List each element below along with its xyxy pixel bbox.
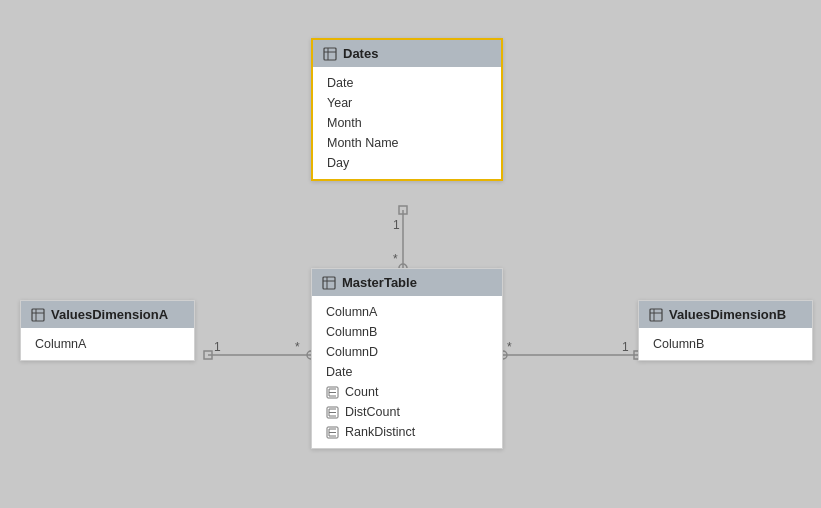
field-master-columnb: ColumnB bbox=[312, 322, 502, 342]
table-icon-dimB bbox=[649, 308, 663, 322]
table-valuesdimensiona-name: ValuesDimensionA bbox=[51, 307, 168, 322]
svg-rect-5 bbox=[204, 351, 212, 359]
sigma-icon-count bbox=[326, 386, 339, 399]
field-dates-year-label: Year bbox=[327, 96, 352, 110]
cardinality-dimB-1: 1 bbox=[622, 340, 629, 354]
field-dates-month: Month bbox=[313, 113, 501, 133]
field-dates-date: Date bbox=[313, 73, 501, 93]
diagram-canvas: 1 * 1 * * 1 Dates Date Year Month bbox=[0, 0, 821, 508]
sigma-icon-rankdistinct bbox=[326, 426, 339, 439]
field-dates-day: Day bbox=[313, 153, 501, 173]
svg-rect-33 bbox=[650, 309, 662, 321]
field-dima-columna: ColumnA bbox=[21, 334, 194, 354]
sigma-icon-distcount bbox=[326, 406, 339, 419]
table-valuesdimensiona-header: ValuesDimensionA bbox=[21, 301, 194, 328]
table-valuesdimensionb-body: ColumnB bbox=[639, 328, 812, 360]
field-master-count: Count bbox=[312, 382, 502, 402]
table-mastertable[interactable]: MasterTable ColumnA ColumnB ColumnD Date bbox=[311, 268, 503, 449]
table-dates-name: Dates bbox=[343, 46, 378, 61]
table-icon-dates bbox=[323, 47, 337, 61]
table-valuesdimensionb[interactable]: ValuesDimensionB ColumnB bbox=[638, 300, 813, 361]
table-dates-body: Date Year Month Month Name Day bbox=[313, 67, 501, 179]
table-valuesdimensionb-header: ValuesDimensionB bbox=[639, 301, 812, 328]
cardinality-dates-1: 1 bbox=[393, 218, 400, 232]
table-mastertable-name: MasterTable bbox=[342, 275, 417, 290]
table-valuesdimensionb-name: ValuesDimensionB bbox=[669, 307, 786, 322]
svg-rect-2 bbox=[399, 206, 407, 214]
svg-rect-9 bbox=[324, 48, 336, 60]
cardinality-dimA-1: 1 bbox=[214, 340, 221, 354]
field-master-columna: ColumnA bbox=[312, 302, 502, 322]
field-dates-monthname-label: Month Name bbox=[327, 136, 399, 150]
table-dates-header: Dates bbox=[313, 40, 501, 67]
table-mastertable-header: MasterTable bbox=[312, 269, 502, 296]
field-dates-date-label: Date bbox=[327, 76, 353, 90]
field-dates-day-label: Day bbox=[327, 156, 349, 170]
svg-rect-12 bbox=[323, 277, 335, 289]
field-master-distcount: DistCount bbox=[312, 402, 502, 422]
field-master-columnd: ColumnD bbox=[312, 342, 502, 362]
field-dates-year: Year bbox=[313, 93, 501, 113]
cardinality-master-star-top: * bbox=[393, 252, 398, 266]
table-valuesdimensiona[interactable]: ValuesDimensionA ColumnA bbox=[20, 300, 195, 361]
table-icon-dimA bbox=[31, 308, 45, 322]
field-dimb-columnb: ColumnB bbox=[639, 334, 812, 354]
table-valuesdimensiona-body: ColumnA bbox=[21, 328, 194, 360]
table-icon-mastertable bbox=[322, 276, 336, 290]
field-dates-monthname: Month Name bbox=[313, 133, 501, 153]
svg-rect-30 bbox=[32, 309, 44, 321]
cardinality-master-star-right: * bbox=[507, 340, 512, 354]
field-master-date: Date bbox=[312, 362, 502, 382]
table-dates[interactable]: Dates Date Year Month Month Name Day bbox=[311, 38, 503, 181]
cardinality-master-star-left: * bbox=[295, 340, 300, 354]
field-dates-month-label: Month bbox=[327, 116, 362, 130]
table-mastertable-body: ColumnA ColumnB ColumnD Date bbox=[312, 296, 502, 448]
field-master-rankdistinct: RankDistinct bbox=[312, 422, 502, 442]
